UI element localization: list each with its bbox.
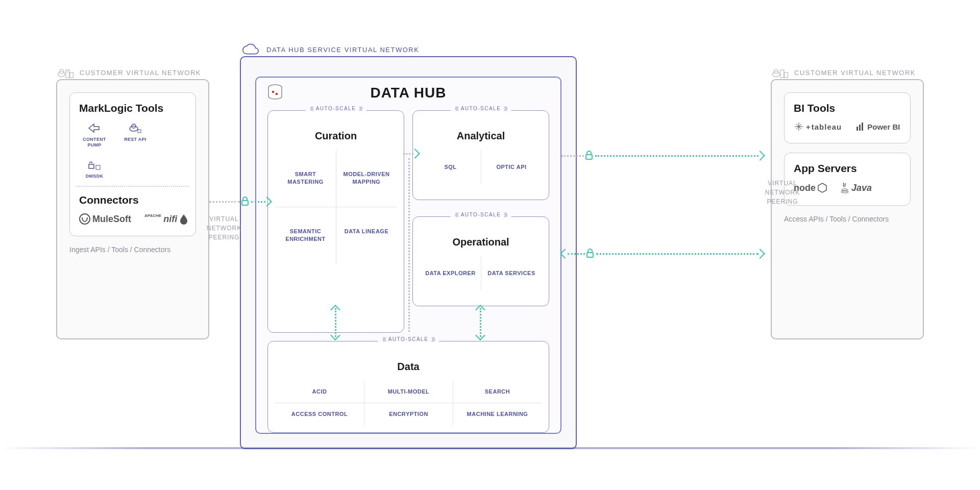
vendor-label: nifi: [163, 214, 177, 225]
analytical-cluster: ⟨⟨⟨AUTO-SCALE⟩⟩⟩ Analytical SQL OPTIC AP…: [412, 110, 549, 200]
svg-point-0: [58, 71, 65, 77]
peering-label-left: VIRTUAL NETWORK PEERING: [201, 214, 247, 242]
vendor-mulesoft: MuleSoft: [79, 213, 131, 225]
vendor-label: tableau: [812, 122, 842, 131]
content-pump-icon: [87, 121, 102, 135]
feat: MULTI-MODEL: [364, 381, 453, 403]
data-hub-header: DATA HUB SERVICE VIRTUAL NETWORK: [241, 43, 419, 56]
connector-right-lower-green: [596, 253, 758, 255]
svg-rect-10: [96, 165, 100, 169]
feat: OPTIC API: [481, 150, 542, 184]
svg-point-20: [841, 191, 848, 193]
connector-right-upper-gray: [561, 155, 584, 157]
data-hub-outer-label: DATA HUB SERVICE VIRTUAL NETWORK: [266, 46, 419, 54]
feat: DATA SERVICES: [481, 256, 542, 290]
connector-right-upper-green: [595, 155, 758, 157]
data-title: Data: [275, 361, 542, 373]
lock-icon: [584, 150, 594, 160]
feat: ENCRYPTION: [364, 403, 453, 425]
data-cluster: ⟨⟨⟨AUTO-SCALE⟩⟩⟩ Data ACID MULTI-MODEL S…: [267, 341, 549, 433]
building-cloud-icon: [772, 66, 789, 79]
building-cloud-icon: [57, 66, 75, 79]
lock-icon: [585, 248, 595, 258]
customer-right-header: CUSTOMER VIRTUAL NETWORK: [772, 66, 916, 79]
svg-rect-23: [276, 93, 278, 95]
ground-line: [0, 447, 980, 449]
rest-api-icon: [128, 121, 143, 135]
tool-content-pump: CONTENT PUMP: [79, 121, 110, 148]
autoscale-text: AUTO-SCALE: [461, 212, 501, 217]
divider: [77, 186, 188, 187]
bi-tools-card: BI Tools +tableau Power BI: [784, 92, 911, 143]
autoscale-label: ⟨⟨⟨AUTO-SCALE⟩⟩⟩: [451, 212, 511, 217]
database-icon: [266, 84, 284, 101]
vendor-label: MuleSoft: [92, 214, 131, 225]
curation-title: Curation: [275, 130, 397, 142]
svg-rect-18: [862, 122, 863, 131]
feat: MACHINE LEARNING: [453, 403, 542, 425]
vendor-label: Java: [851, 183, 872, 193]
svg-point-19: [842, 189, 848, 191]
vendor-tableau: +tableau: [794, 121, 842, 132]
left-footer: Ingest APIs / Tools / Connectors: [69, 246, 196, 254]
customer-network-left: CUSTOMER VIRTUAL NETWORK MarkLogic Tools…: [56, 79, 209, 339]
vendor-java: Java: [840, 182, 872, 194]
svg-rect-24: [242, 201, 248, 205]
operational-cluster: ⟨⟨⟨AUTO-SCALE⟩⟩⟩ Operational DATA EXPLOR…: [412, 216, 549, 306]
vendor-label: Power BI: [867, 122, 900, 131]
svg-rect-9: [89, 164, 94, 168]
tool-label: REST API: [124, 137, 146, 142]
tool-rest-api: REST API: [120, 121, 151, 148]
customer-left-header: CUSTOMER VIRTUAL NETWORK: [57, 66, 201, 79]
feat: ACID: [275, 381, 364, 403]
feat: SEARCH: [453, 381, 542, 403]
arrow-right-icon: [755, 249, 765, 259]
vendor-row: +tableau Power BI: [794, 121, 901, 132]
feat: ACCESS CONTROL: [275, 403, 364, 425]
arrow-right-icon: [755, 151, 765, 161]
connector-center-vertical: [408, 158, 410, 332]
svg-rect-26: [587, 253, 593, 257]
peering-label-right: VIRTUAL NETWORK PEERING: [760, 179, 805, 206]
app-servers-title: App Servers: [794, 162, 901, 175]
svg-rect-3: [70, 72, 74, 78]
tool-label: CONTENT PUMP: [79, 137, 110, 148]
feat: SQL: [420, 150, 481, 184]
svg-rect-22: [272, 91, 274, 93]
svg-rect-8: [138, 130, 141, 133]
bi-tools-title: BI Tools: [794, 102, 901, 114]
feat: MODEL-DRIVEN MAPPING: [336, 150, 397, 207]
feat: DATA EXPLORER: [420, 256, 481, 290]
marklogic-tools-title: MarkLogic Tools: [79, 102, 186, 114]
svg-rect-16: [856, 127, 858, 131]
node-icon: [818, 183, 827, 193]
svg-rect-17: [859, 125, 861, 131]
feat: DATA LINEAGE: [336, 207, 397, 264]
svg-point-12: [773, 71, 780, 77]
tableau-icon: [794, 121, 804, 132]
operational-title: Operational: [420, 236, 542, 248]
vendor-row: node Java: [794, 182, 901, 194]
connector-left-gray: [209, 201, 240, 203]
data-feats: ACID MULTI-MODEL SEARCH ACCESS CONTROL E…: [275, 381, 542, 426]
autoscale-label: ⟨⟨⟨AUTO-SCALE⟩⟩⟩: [451, 106, 511, 111]
vendor-powerbi: Power BI: [855, 121, 900, 132]
svg-rect-25: [586, 155, 592, 159]
analytical-title: Analytical: [420, 130, 542, 142]
feat: SEMANTIC ENRICHMENT: [275, 207, 336, 264]
mulesoft-icon: [79, 213, 90, 225]
autoscale-label: ⟨⟨⟨AUTO-SCALE⟩⟩⟩: [378, 336, 439, 342]
autoscale-text: AUTO-SCALE: [388, 336, 429, 342]
operational-feats: DATA EXPLORER DATA SERVICES: [420, 256, 542, 290]
architecture-diagram: CUSTOMER VIRTUAL NETWORK MarkLogic Tools…: [0, 0, 980, 490]
curation-feats: SMART MASTERING MODEL-DRIVEN MAPPING SEM…: [275, 150, 397, 264]
connectors-title: Connectors: [79, 194, 186, 206]
analytical-feats: SQL OPTIC API: [420, 150, 542, 184]
data-hub-title: DATA HUB: [256, 85, 560, 101]
customer-right-label: CUSTOMER VIRTUAL NETWORK: [794, 69, 916, 77]
right-footer: Access APIs / Tools / Connectors: [784, 215, 911, 223]
autoscale-text: AUTO-SCALE: [461, 106, 501, 111]
java-icon: [840, 182, 849, 194]
tool-dmsdk: DMSDK: [79, 158, 110, 179]
tool-row: CONTENT PUMP REST API DMSDK: [79, 121, 186, 179]
